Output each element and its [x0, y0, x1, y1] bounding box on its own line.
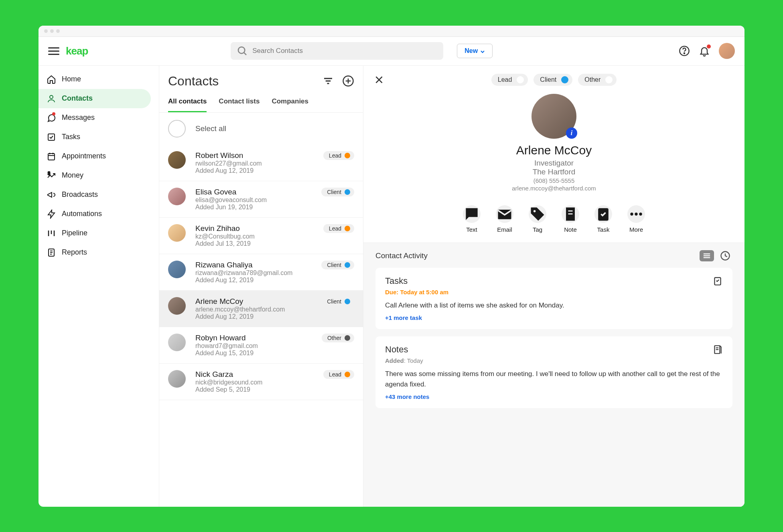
notes-card-body: There was some missing items from our me…	[385, 369, 723, 389]
contact-info: Elisa Govea elisa@goveaconsult.com Added…	[195, 188, 312, 211]
profile-phone: (608) 555-5555	[371, 177, 736, 184]
contact-email: rwilson227@gmail.com	[195, 160, 314, 167]
contact-name: Kevin Zhihao	[195, 224, 314, 233]
status-toggle[interactable]: Other	[578, 74, 617, 86]
contact-email: rhoward7@gmail.com	[195, 342, 312, 350]
tasks-card-body: Call Arlene with a list of items we she …	[385, 300, 723, 311]
sidebar-item-label: Automations	[62, 210, 102, 218]
topbar: keap New	[39, 37, 744, 66]
contact-row[interactable]: Kevin Zhihao kz@Consultbug.com Added Jul…	[159, 218, 363, 254]
action-email[interactable]: Email	[496, 205, 513, 233]
app-window: keap New Home	[39, 26, 744, 507]
search-icon	[236, 45, 248, 57]
status-badge: Other	[322, 334, 354, 342]
svg-point-0	[238, 47, 245, 53]
status-badge: Lead	[323, 370, 354, 379]
contact-row[interactable]: Arlene McCoy arlene.mccoy@thehartford.co…	[159, 291, 363, 327]
action-tag[interactable]: Tag	[529, 205, 546, 233]
contact-avatar	[168, 334, 186, 351]
sidebar-item-home[interactable]: Home	[39, 70, 159, 89]
badge-dot	[345, 372, 350, 377]
sidebar: Home Contacts Messages Tasks Appointment…	[39, 66, 159, 507]
home-icon	[47, 75, 56, 84]
close-icon[interactable]	[374, 75, 384, 85]
action-label: Tag	[533, 226, 542, 233]
filter-icon[interactable]	[322, 75, 334, 87]
tab-all-contacts[interactable]: All contacts	[168, 93, 207, 112]
action-task[interactable]: Task	[594, 205, 612, 233]
new-button[interactable]: New	[457, 44, 493, 58]
sidebar-item-label: Tasks	[62, 133, 80, 141]
status-badge: Lead	[323, 151, 354, 160]
contact-info: Kevin Zhihao kz@Consultbug.com Added Jul…	[195, 224, 314, 247]
hamburger-menu-icon[interactable]	[48, 45, 59, 57]
select-all-row: Select all	[159, 113, 363, 145]
select-all-checkbox[interactable]	[168, 120, 186, 138]
svg-rect-30	[568, 213, 573, 214]
sidebar-item-tasks[interactable]: Tasks	[39, 127, 159, 147]
contact-added: Added Jul 13, 2019	[195, 240, 314, 247]
contacts-panel: Contacts All contacts Contact lists Comp…	[159, 66, 363, 507]
sidebar-item-label: Reports	[62, 248, 87, 257]
svg-line-1	[244, 53, 247, 55]
tab-contact-lists[interactable]: Contact lists	[219, 93, 260, 112]
contact-row[interactable]: Robyn Howard rhoward7@gmail.com Added Au…	[159, 327, 363, 364]
timeline-view-icon[interactable]	[718, 250, 732, 261]
badge-label: Client	[327, 298, 341, 305]
contact-row[interactable]: Nick Garza nick@bridgesound.com Added Se…	[159, 364, 363, 400]
list-view-icon[interactable]	[700, 250, 714, 261]
sidebar-item-automations[interactable]: Automations	[39, 204, 159, 224]
profile-email: arlene.mccoy@thehartford.com	[371, 185, 736, 192]
user-avatar[interactable]	[719, 43, 735, 59]
due-label: Due	[385, 289, 396, 295]
status-toggle[interactable]: Client	[533, 74, 572, 86]
sidebar-item-appointments[interactable]: Appointments	[39, 147, 159, 166]
contact-name: Robyn Howard	[195, 334, 312, 342]
info-badge-icon[interactable]: i	[566, 127, 577, 139]
search-input[interactable]	[252, 47, 438, 55]
sidebar-item-broadcasts[interactable]: Broadcasts	[39, 185, 159, 204]
add-contact-icon[interactable]	[342, 75, 354, 87]
contact-row[interactable]: Robert Wilson rwilson227@gmail.com Added…	[159, 145, 363, 181]
contact-row[interactable]: Elisa Govea elisa@goveaconsult.com Added…	[159, 181, 363, 218]
badge-label: Lead	[329, 225, 341, 232]
added-label: Added	[385, 357, 404, 364]
profile-avatar[interactable]: i	[531, 94, 576, 139]
help-icon[interactable]	[679, 45, 690, 57]
sidebar-item-label: Home	[62, 75, 81, 83]
sidebar-item-money[interactable]: $ Money	[39, 166, 159, 185]
svg-point-33	[635, 212, 637, 215]
contact-list[interactable]: Robert Wilson rwilson227@gmail.com Added…	[159, 145, 363, 507]
contact-avatar	[168, 370, 186, 388]
note-icon	[562, 205, 579, 223]
badge-label: Other	[327, 335, 341, 341]
search-container	[231, 42, 443, 60]
svg-point-34	[639, 212, 642, 215]
activity-section: Contact Activity Tasks Due: Today at 5:0…	[363, 243, 744, 507]
contact-row[interactable]: Rizwana Ghaliya rizwana@rizwana789@gmail…	[159, 254, 363, 291]
tab-companies[interactable]: Companies	[272, 93, 308, 112]
contact-profile: i Arlene McCoy Investigator The Hartford…	[363, 94, 744, 201]
detail-panel: LeadClientOther i Arlene McCoy Investiga…	[363, 66, 744, 507]
sidebar-item-messages[interactable]: Messages	[39, 108, 159, 127]
action-note[interactable]: Note	[562, 205, 579, 233]
sidebar-item-contacts[interactable]: Contacts	[39, 89, 151, 108]
badge-dot	[345, 226, 350, 231]
notes-more-link[interactable]: +43 more notes	[385, 393, 723, 400]
contact-info: Robert Wilson rwilson227@gmail.com Added…	[195, 151, 314, 174]
sidebar-item-reports[interactable]: Reports	[39, 243, 159, 262]
text-icon	[463, 205, 481, 223]
contact-name: Robert Wilson	[195, 151, 314, 160]
action-label: Text	[466, 226, 477, 233]
tasks-more-link[interactable]: +1 more task	[385, 314, 723, 321]
status-toggle[interactable]: Lead	[491, 74, 528, 86]
contact-info: Arlene McCoy arlene.mccoy@thehartford.co…	[195, 297, 312, 320]
contact-avatar	[168, 151, 186, 169]
action-more[interactable]: More	[627, 205, 645, 233]
contact-email: elisa@goveaconsult.com	[195, 196, 312, 204]
main-layout: Home Contacts Messages Tasks Appointment…	[39, 66, 744, 507]
notifications-icon[interactable]	[699, 45, 710, 57]
sidebar-item-pipeline[interactable]: Pipeline	[39, 224, 159, 243]
action-text[interactable]: Text	[463, 205, 481, 233]
action-label: Task	[597, 226, 610, 233]
